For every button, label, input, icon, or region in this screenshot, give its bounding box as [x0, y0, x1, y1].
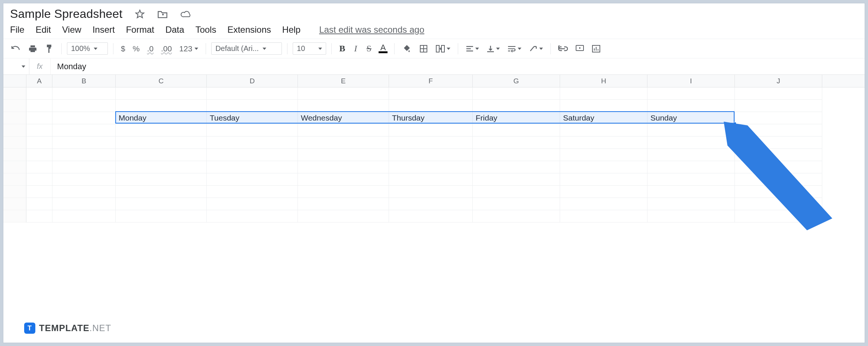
fill-color-button[interactable] — [400, 43, 414, 55]
text-wrap-dropdown[interactable] — [505, 44, 524, 54]
cell-H11[interactable] — [560, 210, 647, 222]
column-header-D[interactable]: D — [207, 75, 298, 87]
cell-I5[interactable] — [647, 137, 735, 149]
column-header-G[interactable]: G — [473, 75, 560, 87]
cell-F6[interactable] — [389, 149, 473, 161]
cell-I6[interactable] — [647, 149, 735, 161]
bold-button[interactable]: B — [337, 42, 347, 55]
cell-J8[interactable] — [735, 173, 822, 186]
cell-D5[interactable] — [207, 137, 298, 149]
cell-D2[interactable] — [207, 100, 298, 112]
cell-J9[interactable] — [735, 186, 822, 198]
row-header[interactable] — [3, 112, 26, 124]
cell-G3[interactable]: Friday — [473, 112, 560, 124]
cell-G2[interactable] — [473, 100, 560, 112]
print-icon[interactable] — [26, 43, 40, 55]
last-edit-link[interactable]: Last edit was seconds ago — [319, 25, 424, 35]
cell-A5[interactable] — [26, 137, 52, 149]
cell-G10[interactable] — [473, 198, 560, 210]
document-title[interactable]: Sample Spreadsheet — [10, 7, 122, 21]
cell-D6[interactable] — [207, 149, 298, 161]
cell-F2[interactable] — [389, 100, 473, 112]
cell-B9[interactable] — [52, 186, 116, 198]
column-header-J[interactable]: J — [735, 75, 822, 87]
cell-E8[interactable] — [298, 173, 389, 186]
cell-I7[interactable] — [647, 161, 735, 173]
cell-F7[interactable] — [389, 161, 473, 173]
cell-C5[interactable] — [116, 137, 207, 149]
cell-B8[interactable] — [52, 173, 116, 186]
font-family-dropdown[interactable]: Default (Ari... — [211, 42, 282, 55]
format-currency-button[interactable]: $ — [119, 43, 128, 55]
cell-G5[interactable] — [473, 137, 560, 149]
cell-A6[interactable] — [26, 149, 52, 161]
move-folder-icon[interactable] — [155, 8, 170, 20]
increase-decimal-button[interactable]: .00 — [159, 43, 174, 55]
strikethrough-button[interactable]: S — [364, 42, 374, 55]
menu-help[interactable]: Help — [282, 25, 300, 35]
insert-comment-button[interactable] — [573, 43, 586, 54]
decrease-decimal-button[interactable]: .0 — [145, 43, 156, 55]
more-formats-dropdown[interactable]: 123 — [177, 43, 200, 55]
cell-B4[interactable] — [52, 124, 116, 137]
cell-I9[interactable] — [647, 186, 735, 198]
cell-F3[interactable]: Thursday — [389, 112, 473, 124]
cell-H10[interactable] — [560, 198, 647, 210]
cell-J3[interactable] — [735, 112, 822, 124]
cell-C1[interactable] — [116, 87, 207, 100]
cell-G1[interactable] — [473, 87, 560, 100]
zoom-dropdown[interactable]: 100% — [67, 42, 108, 55]
cell-J7[interactable] — [735, 161, 822, 173]
cell-D1[interactable] — [207, 87, 298, 100]
cell-J6[interactable] — [735, 149, 822, 161]
cell-H9[interactable] — [560, 186, 647, 198]
column-header-I[interactable]: I — [647, 75, 735, 87]
formula-input[interactable]: Monday — [51, 62, 93, 71]
cell-A1[interactable] — [26, 87, 52, 100]
cell-A2[interactable] — [26, 100, 52, 112]
cell-A11[interactable] — [26, 210, 52, 222]
cell-C6[interactable] — [116, 149, 207, 161]
cell-A10[interactable] — [26, 198, 52, 210]
cell-G9[interactable] — [473, 186, 560, 198]
cell-B6[interactable] — [52, 149, 116, 161]
cell-H8[interactable] — [560, 173, 647, 186]
cell-B1[interactable] — [52, 87, 116, 100]
cell-D3[interactable]: Tuesday — [207, 112, 298, 124]
cell-A3[interactable] — [26, 112, 52, 124]
name-box-dropdown[interactable] — [3, 58, 29, 74]
cell-E9[interactable] — [298, 186, 389, 198]
cell-D9[interactable] — [207, 186, 298, 198]
menu-insert[interactable]: Insert — [93, 25, 115, 35]
menu-file[interactable]: File — [10, 25, 25, 35]
cell-F1[interactable] — [389, 87, 473, 100]
cell-B11[interactable] — [52, 210, 116, 222]
cell-I2[interactable] — [647, 100, 735, 112]
cell-D7[interactable] — [207, 161, 298, 173]
paint-format-icon[interactable] — [43, 42, 56, 55]
row-header[interactable] — [3, 137, 26, 149]
cell-I10[interactable] — [647, 198, 735, 210]
row-header[interactable] — [3, 87, 26, 100]
cell-I3[interactable]: Sunday — [647, 112, 735, 124]
cell-C9[interactable] — [116, 186, 207, 198]
text-color-button[interactable]: A — [377, 44, 389, 54]
cell-J5[interactable] — [735, 137, 822, 149]
text-rotation-dropdown[interactable] — [527, 44, 545, 54]
cell-F5[interactable] — [389, 137, 473, 149]
column-header-E[interactable]: E — [298, 75, 389, 87]
row-header[interactable] — [3, 124, 26, 137]
cell-I4[interactable] — [647, 124, 735, 137]
cell-C7[interactable] — [116, 161, 207, 173]
column-header-F[interactable]: F — [389, 75, 473, 87]
row-header[interactable] — [3, 100, 26, 112]
star-icon[interactable] — [133, 8, 147, 20]
vertical-align-dropdown[interactable] — [484, 44, 502, 54]
cell-E5[interactable] — [298, 137, 389, 149]
cell-C4[interactable] — [116, 124, 207, 137]
cell-E7[interactable] — [298, 161, 389, 173]
cell-B10[interactable] — [52, 198, 116, 210]
cell-J11[interactable] — [735, 210, 822, 222]
cell-F9[interactable] — [389, 186, 473, 198]
cell-H4[interactable] — [560, 124, 647, 137]
